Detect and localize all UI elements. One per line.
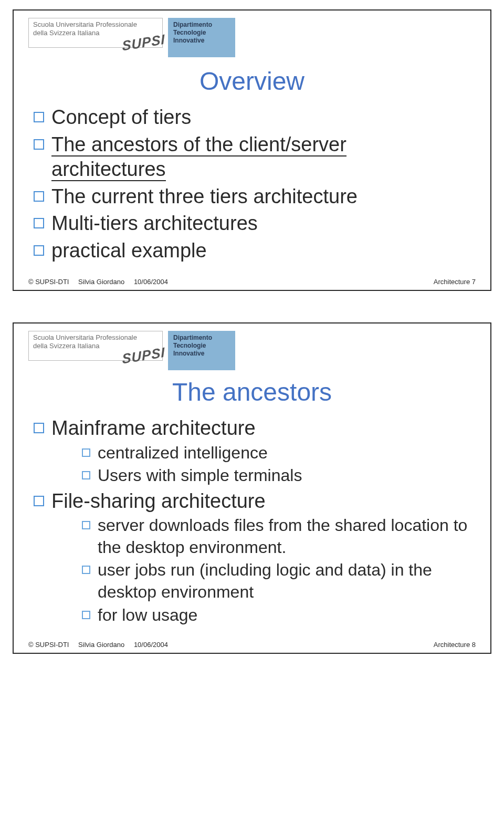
- bullet-text: Multi-tiers architectures: [51, 212, 258, 234]
- bullet-text: Concept of tiers: [51, 106, 191, 128]
- bullet-text: The current three tiers architecture: [51, 185, 358, 207]
- bullet-text: The ancestors of the client/server: [51, 133, 346, 156]
- header-mid-box: Dipartimento Tecnologie Innovative: [168, 18, 235, 57]
- header-mid-box: Dipartimento Tecnologie Innovative: [168, 331, 235, 370]
- footer-right: Architecture 7: [434, 278, 476, 286]
- slide-title: Overview: [28, 67, 476, 96]
- header-mid-line1: Dipartimento: [173, 334, 230, 342]
- header-left-box: Scuola Universitaria Professionale della…: [28, 18, 163, 48]
- slide-header: Scuola Universitaria Professionale della…: [28, 331, 476, 370]
- slide-1: Scuola Universitaria Professionale della…: [13, 9, 491, 291]
- slide-footer: © SUPSI-DTI Silvia Giordano 10/06/2004 A…: [28, 640, 476, 649]
- footer-date: 10/06/2004: [134, 278, 168, 286]
- header-left-line1: Scuola Universitaria Professionale: [33, 20, 158, 29]
- sub-list: server downloads files from the shared l…: [51, 515, 476, 626]
- sub-item: Users with simple terminals: [82, 465, 476, 487]
- footer-org: © SUPSI-DTI: [28, 641, 69, 649]
- footer-org: © SUPSI-DTI: [28, 278, 69, 286]
- footer-right: Architecture 8: [434, 641, 476, 649]
- footer-left: © SUPSI-DTI Silvia Giordano 10/06/2004: [28, 641, 175, 649]
- header-mid-line3: Innovative: [173, 350, 230, 358]
- sub-item: user jobs run (including logic and data)…: [82, 559, 476, 603]
- header-mid-line1: Dipartimento: [173, 21, 230, 29]
- bullet-item: Mainframe architecture centralized intel…: [34, 416, 476, 487]
- slide-footer: © SUPSI-DTI Silvia Giordano 10/06/2004 A…: [28, 277, 476, 286]
- bullet-item: practical example: [34, 238, 476, 264]
- slide-header: Scuola Universitaria Professionale della…: [28, 18, 476, 57]
- sub-item: server downloads files from the shared l…: [82, 515, 476, 558]
- bullet-text: Mainframe architecture: [51, 417, 256, 439]
- sub-item: centralized intelligence: [82, 442, 476, 464]
- slide-title: The ancestors: [28, 378, 476, 406]
- bullet-list: Mainframe architecture centralized intel…: [28, 416, 476, 626]
- bullet-text: practical example: [51, 239, 207, 262]
- bullet-list: Concept of tiers The ancestors of the cl…: [28, 105, 476, 263]
- bullet-item: The ancestors of the client/server archi…: [34, 132, 476, 182]
- bullet-item: Concept of tiers: [34, 105, 476, 130]
- bullet-text: File-sharing architecture: [51, 490, 266, 512]
- sub-item: for low usage: [82, 604, 476, 627]
- bullet-item: The current three tiers architecture: [34, 184, 476, 210]
- bullet-item: Multi-tiers architectures: [34, 211, 476, 236]
- footer-author: Silvia Giordano: [78, 641, 124, 649]
- bullet-item: File-sharing architecture server downloa…: [34, 489, 476, 626]
- header-mid-line2: Tecnologie: [173, 29, 230, 37]
- footer-date: 10/06/2004: [134, 641, 168, 649]
- slide-2: Scuola Universitaria Professionale della…: [13, 322, 491, 654]
- sub-list: centralized intelligence Users with simp…: [51, 442, 476, 487]
- header-mid-line2: Tecnologie: [173, 342, 230, 350]
- footer-left: © SUPSI-DTI Silvia Giordano 10/06/2004: [28, 278, 175, 286]
- header-mid-line3: Innovative: [173, 37, 230, 45]
- header-left-line1: Scuola Universitaria Professionale: [33, 333, 158, 342]
- bullet-text: architectures: [51, 158, 166, 181]
- footer-author: Silvia Giordano: [78, 278, 124, 286]
- header-left-box: Scuola Universitaria Professionale della…: [28, 331, 163, 361]
